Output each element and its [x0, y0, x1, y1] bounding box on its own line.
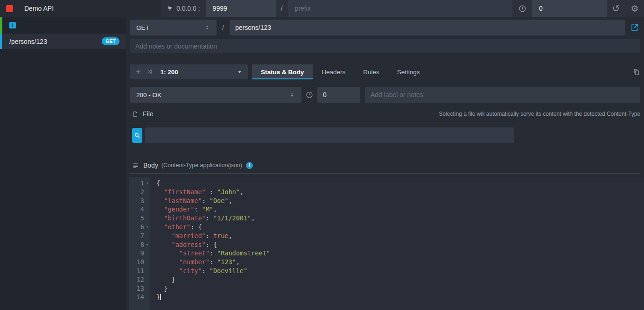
route-path: /persons/123: [9, 38, 47, 45]
text-lines-icon: [132, 162, 139, 169]
body-editor[interactable]: 1▾23456▾78▾91011121314 { "firstName" : "…: [129, 177, 644, 310]
code-line[interactable]: "birthDate": "1/1/2001",: [156, 214, 644, 223]
host-path-separator: /: [276, 0, 288, 17]
editor-code[interactable]: { "firstName" : "John", "lastName": "Doe…: [150, 177, 644, 310]
line-number[interactable]: 4: [129, 205, 150, 214]
line-number[interactable]: 2: [129, 188, 150, 197]
fold-icon[interactable]: ▾: [144, 223, 150, 232]
fold-spacer: [144, 275, 150, 284]
code-line[interactable]: }: [156, 275, 644, 284]
info-icon[interactable]: i: [246, 162, 253, 169]
code-line[interactable]: "gender": "M",: [156, 205, 644, 214]
browse-file-button[interactable]: [132, 128, 142, 143]
file-icon: [132, 111, 139, 118]
response-select[interactable]: + 1: 200: [130, 64, 248, 79]
code-line[interactable]: "firstName" : "John",: [156, 188, 644, 197]
environment-latency-input[interactable]: [532, 0, 607, 17]
line-number[interactable]: 1▾: [129, 179, 150, 188]
route-detail-panel: GET / + 1: 200: [126, 17, 644, 310]
prefix-input[interactable]: [288, 0, 512, 17]
body-section-title: Body: [143, 162, 158, 169]
text-cursor: [160, 294, 161, 300]
line-number[interactable]: 5: [129, 214, 150, 223]
response-tabs-row: + 1: 200 Status & Body Headers Rules Set…: [130, 64, 640, 79]
response-label-input[interactable]: [365, 87, 640, 103]
environment-latency-icon-wrap: [512, 0, 532, 17]
response-latency-input[interactable]: [317, 87, 360, 103]
line-number[interactable]: 9: [129, 249, 150, 258]
app-layout: + /persons/123 GET GET /: [0, 17, 644, 310]
fold-spacer: [144, 205, 150, 214]
route-list-item[interactable]: /persons/123 GET: [0, 34, 126, 49]
line-number[interactable]: 14: [129, 293, 150, 302]
host-section: 0.0.0.0 :: [161, 0, 206, 17]
settings-button[interactable]: ⚙: [625, 0, 644, 17]
code-line[interactable]: }: [156, 293, 644, 302]
line-number[interactable]: 10: [129, 258, 150, 267]
route-method-badge: GET: [102, 37, 119, 45]
fold-icon[interactable]: ▾: [144, 240, 150, 249]
fold-icon[interactable]: ▾: [144, 179, 150, 188]
file-section-header: File Selecting a file will automatically…: [130, 110, 640, 122]
environment-status-indicator: [6, 5, 13, 12]
tab-headers[interactable]: Headers: [313, 64, 354, 79]
open-in-new-icon: [630, 23, 639, 32]
code-line[interactable]: {: [156, 179, 644, 188]
code-line[interactable]: "lastName": "Doe",: [156, 197, 644, 205]
code-line[interactable]: "street": "Randomstreet": [156, 249, 644, 258]
line-number[interactable]: 7: [129, 232, 150, 240]
file-row: [130, 127, 640, 143]
route-notes-input[interactable]: [130, 39, 640, 53]
environment-running-indicator: [0, 17, 2, 34]
clock-icon: [306, 91, 313, 99]
line-number[interactable]: 6▾: [129, 223, 150, 232]
copy-icon: [632, 68, 640, 76]
method-select[interactable]: GET: [130, 20, 217, 35]
code-line[interactable]: }: [156, 284, 644, 293]
code-line[interactable]: "city": "Doeville": [156, 267, 644, 275]
tab-rules[interactable]: Rules: [354, 64, 388, 79]
file-section-title: File: [143, 110, 154, 118]
line-number[interactable]: 8▾: [129, 240, 150, 249]
body-section-header: Body (Content-Type application/json) i: [130, 162, 640, 174]
environment-title-section: Demo API: [0, 0, 161, 17]
fold-spacer: [144, 267, 150, 275]
title-bar: Demo API 0.0.0.0 : / ↺ ⚙: [0, 0, 644, 17]
randomize-response-icon[interactable]: [147, 69, 153, 75]
status-row: 200 - OK: [130, 87, 640, 103]
tab-settings[interactable]: Settings: [388, 64, 429, 79]
file-section-hint: Selecting a file will automatically serv…: [439, 111, 640, 117]
line-number[interactable]: 11: [129, 267, 150, 275]
response-latency-icon-wrap: [301, 87, 317, 103]
file-path-input[interactable]: [145, 127, 514, 143]
code-line[interactable]: "number": "123",: [156, 258, 644, 267]
method-select-value: GET: [136, 24, 149, 31]
select-caret-icon: [204, 25, 210, 30]
history-icon: ↺: [612, 4, 620, 13]
duplicate-response-button[interactable]: [632, 68, 640, 76]
code-line[interactable]: "married": true,: [156, 232, 644, 240]
tab-status-body[interactable]: Status & Body: [252, 64, 313, 79]
port-input[interactable]: [206, 0, 276, 17]
status-code-select[interactable]: 200 - OK: [130, 87, 301, 103]
code-line[interactable]: "address": {: [156, 240, 644, 249]
open-route-in-browser-button[interactable]: [629, 20, 640, 35]
fold-spacer: [144, 258, 150, 267]
line-number[interactable]: 13: [129, 284, 150, 293]
routes-sidebar: + /persons/123 GET: [0, 17, 126, 310]
line-number[interactable]: 12: [129, 275, 150, 284]
history-button[interactable]: ↺: [607, 0, 625, 17]
url-separator: /: [217, 20, 230, 35]
code-line[interactable]: "other": {: [156, 223, 644, 232]
add-response-button[interactable]: +: [136, 68, 141, 76]
fold-spacer: [144, 197, 150, 205]
fold-spacer: [144, 284, 150, 293]
add-route-button[interactable]: +: [9, 22, 16, 28]
chevron-down-icon: [237, 70, 242, 75]
host-label: 0.0.0.0 :: [176, 5, 200, 12]
endpoint-input[interactable]: [230, 20, 625, 35]
plug-icon: [167, 5, 173, 12]
fold-spacer: [144, 188, 150, 197]
line-number[interactable]: 3: [129, 197, 150, 205]
file-search-icon: [134, 132, 140, 139]
